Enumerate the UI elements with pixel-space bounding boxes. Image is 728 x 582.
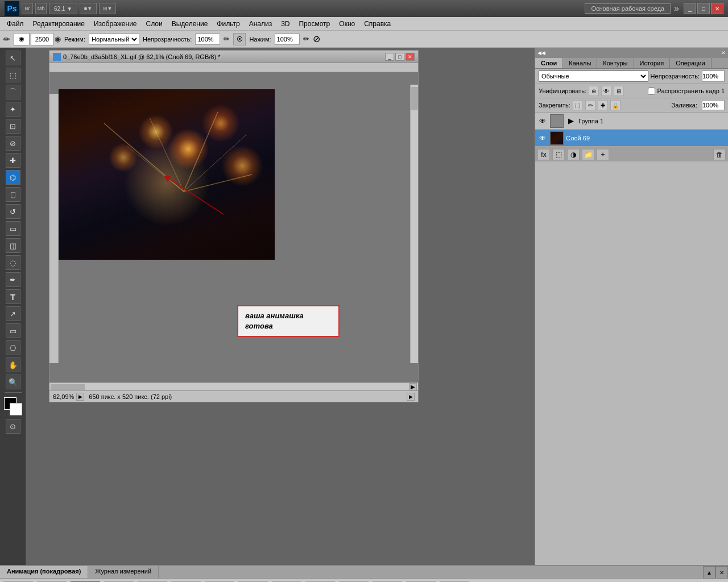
flow-input[interactable] (275, 34, 300, 45)
canvas-image[interactable] (59, 89, 275, 260)
dodge-tool[interactable]: ◌ (6, 255, 20, 270)
distribute-checkbox[interactable] (648, 88, 655, 95)
expand-panels-icon[interactable]: » (674, 3, 679, 14)
close-bottom-panel-btn[interactable]: ✕ (715, 566, 728, 579)
brush-size-btn[interactable]: 2500 (31, 33, 53, 45)
zoom-tool[interactable]: 🔍 (6, 375, 20, 389)
add-adjustment-btn[interactable]: ◑ (567, 149, 580, 160)
zoom-level[interactable]: 62,09% (53, 393, 74, 400)
lock-transparent-btn[interactable]: ⬚ (573, 100, 583, 110)
options-bar: ✏ ◉ 2500 ◉ Режим: Нормальный Непрозрачно… (0, 31, 728, 48)
doc-close-btn[interactable]: ✕ (406, 53, 415, 61)
layer-row[interactable]: 👁 ▶ Группа 1 (535, 113, 728, 130)
tab-layers[interactable]: Слои (535, 58, 563, 68)
add-mask-btn[interactable]: ⬚ (552, 149, 565, 160)
tab-history[interactable]: История (634, 58, 671, 68)
svg-line-2 (184, 112, 218, 192)
lock-all-btn[interactable]: 🔒 (610, 100, 621, 110)
quick-select-tool[interactable]: ✦ (6, 102, 20, 117)
layer-expand-icon[interactable]: ▶ (566, 116, 576, 126)
gradient-tool[interactable]: ◫ (6, 238, 20, 253)
opacity-value[interactable] (702, 70, 725, 82)
unify-vis-btn[interactable]: 👁 (601, 86, 611, 96)
tab-channels[interactable]: Каналы (563, 58, 597, 68)
menu-edit[interactable]: Редактирование (28, 19, 89, 29)
fill-value[interactable] (702, 100, 725, 110)
menu-view[interactable]: Просмотр (294, 19, 334, 29)
menu-filter[interactable]: Фильтр (212, 19, 244, 29)
panel-tabs: Слои Каналы Контуры История Операции (535, 58, 728, 69)
collapse-bottom-panel-btn[interactable]: ▲ (703, 566, 715, 579)
pen-tool[interactable]: ✒ (6, 272, 20, 287)
menu-3d[interactable]: 3D (276, 19, 294, 29)
type-tool[interactable]: T (6, 289, 20, 304)
screen-mode-btn[interactable]: ■▼ (80, 3, 97, 14)
panel-collapse-btn[interactable]: ◀◀ ✕ (535, 48, 728, 58)
horizontal-scrollbar[interactable]: ▶ (49, 383, 418, 390)
mode-select[interactable]: Нормальный (89, 34, 139, 45)
canvas-area: 0_76e0b_d3a5bf16_XL.gif @ 62,1% (Слой 69… (26, 48, 535, 565)
tab-paths[interactable]: Контуры (597, 58, 634, 68)
status-arrow[interactable]: ▶ (407, 393, 415, 401)
zoom-info-btn[interactable]: ▶ (76, 393, 84, 401)
healing-tool[interactable]: ✚ (6, 153, 20, 168)
add-fx-btn[interactable]: fx (537, 149, 550, 160)
tool-preset-btn[interactable]: 62,1 ▼ (49, 3, 77, 14)
menu-image[interactable]: Изображение (89, 19, 142, 29)
menu-layers[interactable]: Слои (142, 19, 167, 29)
scroll-arrow-right[interactable]: ▶ (409, 383, 417, 391)
lasso-marquee-tool[interactable]: ⬚ (6, 68, 20, 82)
doc-minimize-btn[interactable]: _ (385, 53, 394, 61)
mini-bridge-btn[interactable]: Mb (35, 3, 47, 14)
workspace-button[interactable]: Основная рабочая среда (585, 3, 671, 14)
unify-pos-btn[interactable]: ⊕ (589, 86, 599, 96)
tab-actions[interactable]: Операции (670, 58, 711, 68)
eraser-tool[interactable]: ▭ (6, 221, 20, 236)
menu-window[interactable]: Окно (334, 19, 359, 29)
menu-analysis[interactable]: Анализ (245, 19, 277, 29)
tab-animation[interactable]: Анимация (покадровая) (0, 566, 88, 578)
unify-style-btn[interactable]: ⊞ (614, 86, 624, 96)
brush-preset-btn[interactable]: ◉ (14, 33, 30, 45)
close-btn[interactable]: ✕ (711, 3, 723, 14)
layer-row[interactable]: 👁 Слой 69 (535, 130, 728, 147)
layer-visibility-icon[interactable]: 👁 (537, 133, 548, 143)
maximize-btn[interactable]: □ (697, 3, 710, 14)
vertical-scrollbar[interactable] (410, 85, 418, 363)
lasso-tool[interactable]: ⌒ (6, 85, 20, 99)
add-layer-btn[interactable]: + (597, 149, 609, 160)
delete-layer-btn[interactable]: 🗑 (713, 149, 726, 160)
rectangle-tool[interactable]: ▭ (6, 323, 20, 338)
blend-mode-select[interactable]: Обычные (539, 70, 648, 82)
doc-maximize-btn[interactable]: □ (395, 53, 404, 61)
layer-visibility-icon[interactable]: 👁 (537, 116, 548, 126)
history-brush-tool[interactable]: ↺ (6, 204, 20, 219)
minimize-btn[interactable]: _ (684, 3, 696, 14)
document-content[interactable]: ваша анимашка готова (49, 72, 418, 383)
3d-object-tool[interactable]: ⎔ (6, 340, 20, 355)
eyedropper-tool[interactable]: ⊘ (6, 136, 20, 151)
clone-tool[interactable]: ⎕ (6, 187, 20, 202)
bridge-btn[interactable]: Br (22, 3, 33, 14)
opacity-input[interactable] (195, 34, 220, 45)
svg-line-6 (167, 177, 224, 214)
crop-tool[interactable]: ⊡ (6, 119, 20, 134)
stylus-icon[interactable]: ⊘ (313, 34, 320, 44)
move-tool[interactable]: ↖ (6, 51, 20, 65)
add-group-btn[interactable]: 📁 (582, 149, 594, 160)
svg-line-1 (150, 118, 184, 192)
lock-image-btn[interactable]: ✏ (585, 100, 595, 110)
tab-measurement-log[interactable]: Журнал измерений (88, 566, 159, 578)
quick-mask-btn[interactable]: ⊙ (6, 419, 20, 434)
airbrush-icon[interactable]: ⦿ (233, 33, 246, 45)
menu-select[interactable]: Выделение (167, 19, 213, 29)
path-select-tool[interactable]: ↗ (6, 306, 20, 321)
menu-file[interactable]: Файл (2, 19, 28, 29)
menu-help[interactable]: Справка (359, 19, 395, 29)
arrange-btn[interactable]: ⊞▼ (99, 3, 116, 14)
brush-tool[interactable]: ⌬ (6, 170, 20, 185)
hand-tool[interactable]: ✋ (6, 357, 20, 372)
lock-move-btn[interactable]: ✚ (598, 100, 608, 110)
background-color[interactable] (10, 403, 22, 415)
menubar: Файл Редактирование Изображение Слои Выд… (0, 17, 728, 31)
